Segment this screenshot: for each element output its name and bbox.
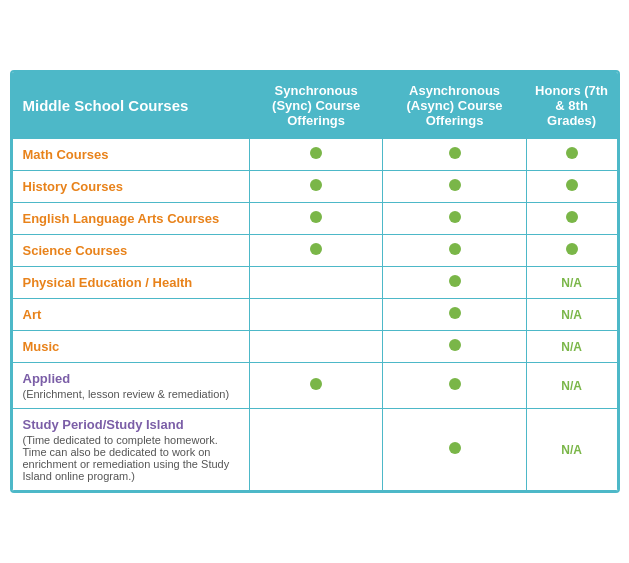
sync-dot bbox=[310, 243, 322, 255]
row-label-2: English Language Arts Courses bbox=[12, 203, 249, 235]
header-col2: Synchronous (Sync) Course Offerings bbox=[249, 73, 383, 139]
row-sync-4 bbox=[249, 267, 383, 299]
row-honors-7: N/A bbox=[526, 363, 617, 409]
row-course-name: History Courses bbox=[23, 179, 123, 194]
row-sync-8 bbox=[249, 409, 383, 491]
honors-na: N/A bbox=[561, 379, 582, 393]
table-row: History Courses bbox=[12, 171, 617, 203]
table-header-row: Middle School Courses Synchronous (Sync)… bbox=[12, 73, 617, 139]
honors-dot bbox=[566, 243, 578, 255]
async-dot bbox=[449, 179, 461, 191]
row-course-name: Math Courses bbox=[23, 147, 109, 162]
honors-dot bbox=[566, 147, 578, 159]
row-sync-2 bbox=[249, 203, 383, 235]
row-async-2 bbox=[383, 203, 526, 235]
row-label-4: Physical Education / Health bbox=[12, 267, 249, 299]
row-label-8: Study Period/Study Island(Time dedicated… bbox=[12, 409, 249, 491]
row-async-7 bbox=[383, 363, 526, 409]
row-sublabel: (Time dedicated to complete homework. Ti… bbox=[23, 434, 241, 482]
row-sync-7 bbox=[249, 363, 383, 409]
row-honors-6: N/A bbox=[526, 331, 617, 363]
row-honors-4: N/A bbox=[526, 267, 617, 299]
sync-dot bbox=[310, 378, 322, 390]
row-sync-5 bbox=[249, 299, 383, 331]
header-col1: Middle School Courses bbox=[12, 73, 249, 139]
table-row: Math Courses bbox=[12, 139, 617, 171]
row-label-6: Music bbox=[12, 331, 249, 363]
header-col4: Honors (7th & 8th Grades) bbox=[526, 73, 617, 139]
sync-dot bbox=[310, 147, 322, 159]
table-row: Applied(Enrichment, lesson review & reme… bbox=[12, 363, 617, 409]
row-honors-0 bbox=[526, 139, 617, 171]
row-async-8 bbox=[383, 409, 526, 491]
table-body: Math CoursesHistory CoursesEnglish Langu… bbox=[12, 139, 617, 491]
table-row: MusicN/A bbox=[12, 331, 617, 363]
honors-na: N/A bbox=[561, 308, 582, 322]
row-sync-1 bbox=[249, 171, 383, 203]
honors-na: N/A bbox=[561, 276, 582, 290]
row-label-0: Math Courses bbox=[12, 139, 249, 171]
row-label-3: Science Courses bbox=[12, 235, 249, 267]
sync-dot bbox=[310, 211, 322, 223]
header-col3: Asynchronous (Async) Course Offerings bbox=[383, 73, 526, 139]
row-async-3 bbox=[383, 235, 526, 267]
row-sync-0 bbox=[249, 139, 383, 171]
row-course-name: Physical Education / Health bbox=[23, 275, 193, 290]
table-row: Science Courses bbox=[12, 235, 617, 267]
row-async-4 bbox=[383, 267, 526, 299]
row-async-1 bbox=[383, 171, 526, 203]
async-dot bbox=[449, 378, 461, 390]
row-sync-6 bbox=[249, 331, 383, 363]
row-sync-3 bbox=[249, 235, 383, 267]
row-honors-2 bbox=[526, 203, 617, 235]
row-honors-3 bbox=[526, 235, 617, 267]
row-course-name: English Language Arts Courses bbox=[23, 211, 220, 226]
table-row: English Language Arts Courses bbox=[12, 203, 617, 235]
table-row: ArtN/A bbox=[12, 299, 617, 331]
row-course-name: Art bbox=[23, 307, 42, 322]
async-dot bbox=[449, 307, 461, 319]
course-table: Middle School Courses Synchronous (Sync)… bbox=[12, 72, 618, 491]
row-honors-5: N/A bbox=[526, 299, 617, 331]
row-label-5: Art bbox=[12, 299, 249, 331]
async-dot bbox=[449, 442, 461, 454]
honors-dot bbox=[566, 211, 578, 223]
async-dot bbox=[449, 211, 461, 223]
row-async-0 bbox=[383, 139, 526, 171]
row-course-name: Study Period/Study Island bbox=[23, 417, 184, 432]
row-course-name: Applied bbox=[23, 371, 71, 386]
row-async-5 bbox=[383, 299, 526, 331]
row-async-6 bbox=[383, 331, 526, 363]
row-honors-8: N/A bbox=[526, 409, 617, 491]
async-dot bbox=[449, 275, 461, 287]
sync-dot bbox=[310, 179, 322, 191]
honors-na: N/A bbox=[561, 340, 582, 354]
row-honors-1 bbox=[526, 171, 617, 203]
async-dot bbox=[449, 147, 461, 159]
row-label-7: Applied(Enrichment, lesson review & reme… bbox=[12, 363, 249, 409]
row-course-name: Science Courses bbox=[23, 243, 128, 258]
async-dot bbox=[449, 339, 461, 351]
row-label-1: History Courses bbox=[12, 171, 249, 203]
row-sublabel: (Enrichment, lesson review & remediation… bbox=[23, 388, 241, 400]
honors-na: N/A bbox=[561, 443, 582, 457]
table-row: Physical Education / HealthN/A bbox=[12, 267, 617, 299]
main-table-wrapper: Middle School Courses Synchronous (Sync)… bbox=[10, 70, 620, 493]
async-dot bbox=[449, 243, 461, 255]
honors-dot bbox=[566, 179, 578, 191]
row-course-name: Music bbox=[23, 339, 60, 354]
table-row: Study Period/Study Island(Time dedicated… bbox=[12, 409, 617, 491]
